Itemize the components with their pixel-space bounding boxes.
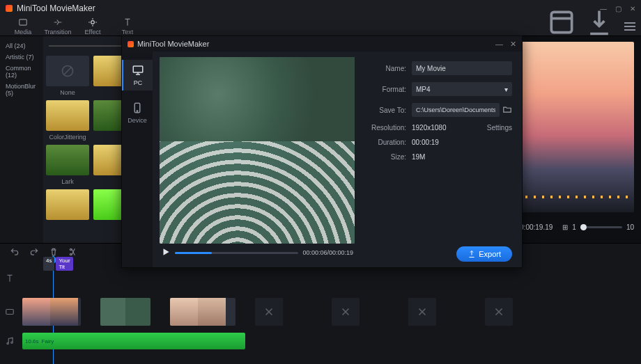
effect-colorjittering[interactable]: ColorJittering [46,100,89,141]
effect-label: Effect [85,29,101,35]
video-clip-3[interactable] [170,298,235,326]
fit-icon[interactable]: ⊞ [562,223,568,231]
zoom-slider[interactable] [580,226,622,228]
undo-button[interactable] [10,247,20,257]
transition-slot-1[interactable] [255,298,283,326]
video-track-icon [5,307,15,317]
video-clip-2[interactable] [100,298,150,326]
cat-artistic[interactable]: Artistic (7) [3,52,40,63]
text-label: Text [122,29,134,35]
transport-time: 00:00:06/00:00:19 [302,249,353,256]
effect-tab[interactable]: Effect [75,17,110,35]
dialog-close-button[interactable]: ✕ [510,40,516,49]
dest-pc[interactable]: PC [122,60,153,90]
export-button-label: Export [479,250,501,258]
cat-motionblur[interactable]: MotionBlur (5) [3,81,40,99]
progress-bar[interactable] [175,252,298,254]
export-form: Name: Format: MP4 ▾ Save To: Resolution: [362,52,522,267]
pc-icon [132,64,144,77]
effect-thumb-7[interactable] [46,189,89,220]
svg-rect-9 [133,66,143,72]
svg-point-11 [137,111,138,112]
name-label: Name: [371,65,412,72]
media-tab[interactable]: Media [6,17,40,35]
cat-common[interactable]: Common (12) [3,63,40,81]
export-preview-canvas[interactable] [160,57,355,244]
text-clip-label: Your Tit [56,257,72,271]
effect-none-label: None [60,89,75,96]
timeline[interactable]: 4s Your Tit [0,260,641,364]
main-toolbar: Media Transition Effect Text Template Ex… [0,17,641,36]
svg-point-5 [70,253,71,255]
format-select[interactable]: MP4 ▾ [412,82,512,96]
title-bar: MiniTool MovieMaker — ▢ ✕ [0,0,641,17]
browse-folder-button[interactable] [502,104,512,116]
svg-point-7 [7,342,8,344]
saveto-input[interactable] [412,103,500,117]
media-label: Media [15,29,32,35]
audio-time: 10.6s [25,338,39,345]
duration-label: Duration: [371,139,412,146]
effect-none[interactable]: None [46,56,89,96]
format-label: Format: [371,86,412,93]
zoom-min: 1 [572,223,576,231]
transition-slot-3[interactable] [408,298,436,326]
size-label: Size: [371,153,412,161]
text-track-icon [5,274,15,283]
dest-pc-label: PC [134,79,143,86]
name-input[interactable] [412,61,512,75]
split-button[interactable] [68,247,78,257]
dialog-logo-icon [128,41,134,47]
resolution-value: 1920x1080 [412,124,447,132]
delete-button[interactable] [49,247,59,257]
transition-tab[interactable]: Transition [40,17,75,35]
text-clip-tag[interactable]: 4s Your Tit [43,257,73,271]
export-button[interactable]: Export [456,246,512,262]
dialog-minimize-button[interactable]: — [495,40,503,49]
effect-category-sidebar: All (24) Artistic (7) Common (12) Motion… [0,36,43,243]
app-title: MiniTool MovieMaker [17,3,95,13]
menu-button[interactable] [624,22,635,31]
dialog-title-bar: MiniTool MovieMaker — ✕ [122,36,522,52]
svg-rect-2 [551,12,571,32]
play-button[interactable] [161,247,171,258]
cat-all[interactable]: All (24) [3,40,40,52]
svg-rect-6 [6,310,14,315]
effect-lark-label: Lark [61,178,74,185]
settings-button[interactable]: Settings [487,124,512,132]
transition-slot-4[interactable] [485,298,513,326]
audio-name: Fairy [42,338,54,345]
export-preview: 00:00:06/00:00:19 [153,52,362,267]
export-icon [584,7,615,38]
transition-label: Transition [44,29,71,35]
text-clip-time: 4s [43,257,54,271]
app-logo-icon [6,5,13,12]
transition-slot-2[interactable] [332,298,360,326]
saveto-label: Save To: [371,106,412,114]
dialog-title: MiniTool MovieMaker [137,40,209,48]
effect-lark[interactable]: Lark [46,145,89,185]
folder-icon [502,104,512,114]
destination-sidebar: PC Device [122,52,153,267]
svg-point-4 [70,248,71,250]
size-value: 19M [412,153,425,161]
dest-device[interactable]: Device [122,97,153,128]
redo-button[interactable] [29,247,39,257]
template-icon [546,7,577,38]
effect-icon [88,17,98,27]
video-clip-1[interactable] [22,298,81,326]
effect-cj-label: ColorJittering [49,134,86,141]
export-dialog: MiniTool MovieMaker — ✕ PC Device [121,35,523,268]
audio-track-icon [5,336,15,346]
duration-value: 00:00:19 [412,139,439,146]
device-icon [131,102,144,114]
chevron-down-icon: ▾ [504,86,508,93]
zoom-max: 10 [626,223,634,231]
play-icon [161,247,171,257]
dest-device-label: Device [128,117,147,124]
audio-clip[interactable]: 10.6s Fairy [22,333,245,349]
svg-rect-0 [20,19,27,24]
text-tab[interactable]: Text [110,17,145,35]
media-icon [18,17,28,27]
resolution-label: Resolution: [371,124,412,132]
